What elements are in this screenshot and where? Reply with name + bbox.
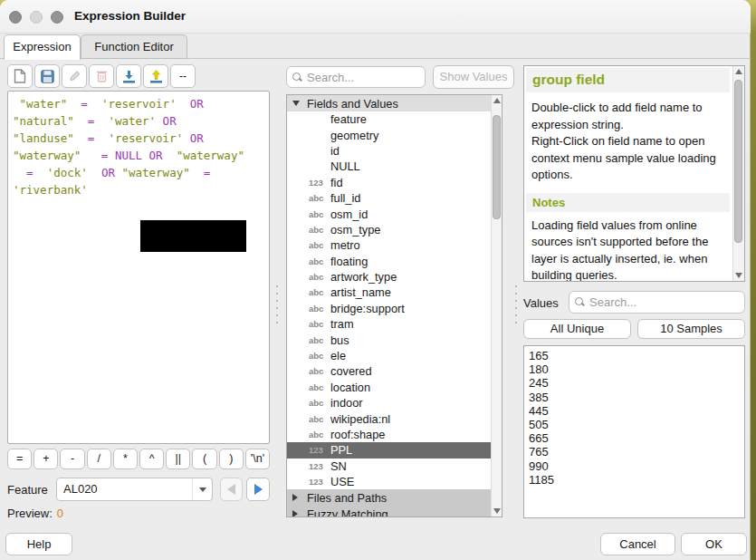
value-item[interactable]: 1185 — [529, 473, 744, 487]
value-item[interactable]: 505 — [529, 418, 744, 431]
ok-button[interactable]: OK — [681, 533, 747, 555]
tree-item-label: bus — [330, 333, 349, 347]
scroll-up-icon[interactable] — [733, 66, 744, 78]
operator-button[interactable]: || — [166, 449, 190, 469]
tree-item-ele[interactable]: abcele — [287, 348, 492, 363]
help-button[interactable]: Help — [5, 533, 72, 555]
tree-group-Fields and Values[interactable]: Fields and Values — [287, 95, 492, 111]
tree-group-Files and Paths[interactable]: Files and Paths — [287, 489, 492, 506]
abc-field-type-icon: abc — [309, 287, 330, 297]
operator-button[interactable]: / — [87, 449, 111, 469]
value-item[interactable]: 990 — [529, 459, 744, 473]
operator-button[interactable]: - — [60, 449, 84, 469]
new-expression-button[interactable] — [7, 64, 33, 88]
tree-item-bridge:support[interactable]: abcbridge:support — [287, 301, 492, 316]
collapsed-triangle-icon[interactable] — [292, 494, 298, 501]
left-splitter-handle[interactable] — [276, 285, 279, 323]
tree-item-artwork_type[interactable]: abcartwork_type — [287, 269, 492, 285]
chevron-down-icon — [192, 478, 212, 500]
tree-item-artist_name[interactable]: abcartist_name — [287, 285, 492, 300]
value-item[interactable]: 445 — [529, 404, 744, 418]
tree-item-bus[interactable]: abcbus — [287, 332, 492, 347]
tree-item-wikipedia:nl[interactable]: abcwikipedia:nl — [287, 410, 492, 426]
tree-item-label: geometry — [330, 129, 378, 142]
help-scrollbar-thumb[interactable] — [734, 80, 742, 243]
tree-item-tram[interactable]: abctram — [287, 316, 492, 332]
tree-item-fid[interactable]: 123fid — [287, 175, 492, 190]
operator-button[interactable]: ( — [192, 449, 216, 469]
expression-text-editor[interactable]: "water" = 'reservoir' OR"natural" = 'wat… — [7, 91, 270, 444]
export-arrow-up-icon — [149, 70, 163, 83]
import-expression-button[interactable] — [116, 64, 141, 88]
feature-combobox-value: AL020 — [63, 482, 98, 496]
export-expression-button[interactable] — [143, 64, 168, 88]
tree-item-label: artwork_type — [330, 270, 397, 284]
tree-item-SN[interactable]: 123SN — [287, 459, 492, 474]
expanded-triangle-icon[interactable] — [292, 101, 300, 106]
tree-item-roof:shape[interactable]: abcroof:shape — [287, 427, 492, 442]
value-item[interactable]: 245 — [529, 376, 744, 390]
tree-item-NULL[interactable]: NULL — [287, 159, 492, 174]
edit-expression-button[interactable] — [62, 64, 87, 88]
tree-item-osm_type[interactable]: abcosm_type — [287, 222, 492, 237]
tab-function-editor[interactable]: Function Editor — [81, 34, 187, 59]
value-item[interactable]: 765 — [529, 445, 744, 459]
operator-button[interactable]: '\n' — [245, 449, 270, 469]
next-feature-button[interactable] — [246, 478, 270, 501]
tree-item-location[interactable]: abclocation — [287, 380, 492, 395]
operator-button[interactable]: + — [33, 449, 58, 469]
tree-item-label: roof:shape — [330, 428, 385, 441]
tree-item-floating[interactable]: abcfloating — [287, 254, 492, 269]
zoom-window-button[interactable] — [51, 11, 63, 24]
tree-item-full_id[interactable]: abcfull_id — [287, 190, 492, 206]
save-expression-button[interactable] — [34, 64, 60, 88]
scroll-down-icon[interactable] — [733, 269, 744, 281]
tree-item-PPL[interactable]: 123PPL — [287, 442, 492, 458]
operator-button[interactable]: * — [113, 449, 138, 469]
abc-field-type-icon: abc — [309, 304, 330, 314]
tree-item-feature[interactable]: feature — [287, 111, 492, 127]
tree-item-metro[interactable]: abcmetro — [287, 237, 492, 253]
123-field-type-icon: 123 — [309, 178, 330, 188]
fields-search-input[interactable]: Search... — [286, 66, 426, 88]
tree-group-Fuzzy Matching[interactable]: Fuzzy Matching — [287, 506, 492, 517]
operator-button[interactable]: ) — [219, 449, 244, 469]
values-search-input[interactable]: Search... — [569, 291, 745, 314]
operator-button[interactable]: ^ — [139, 449, 164, 469]
operator-button[interactable]: = — [7, 449, 32, 469]
value-item[interactable]: 385 — [529, 391, 744, 404]
tree-item-geometry[interactable]: geometry — [287, 127, 492, 142]
tree-item-label: Files and Paths — [307, 491, 387, 505]
right-splitter-handle[interactable] — [515, 285, 518, 323]
tree-item-covered[interactable]: abccovered — [287, 363, 492, 379]
value-item[interactable]: 665 — [529, 431, 744, 445]
tree-item-osm_id[interactable]: abcosm_id — [287, 206, 492, 221]
value-item[interactable]: 165 — [529, 349, 744, 362]
close-window-button[interactable] — [9, 11, 22, 24]
help-scrollbar[interactable] — [732, 66, 744, 281]
previous-feature-button[interactable] — [220, 478, 243, 501]
minimize-window-button[interactable] — [30, 11, 43, 24]
tree-item-id[interactable]: id — [287, 143, 492, 159]
tree-item-indoor[interactable]: abcindoor — [287, 395, 492, 410]
samples-button[interactable]: 10 Samples — [637, 319, 745, 339]
collapsed-triangle-icon[interactable] — [292, 510, 298, 517]
tree-scrollbar[interactable] — [491, 95, 502, 517]
all-unique-button[interactable]: All Unique — [523, 319, 631, 339]
abc-field-type-icon: abc — [309, 225, 330, 235]
tree-item-USE[interactable]: 123USE — [287, 474, 492, 489]
fields-search-placeholder: Search... — [307, 71, 354, 84]
tab-expression[interactable]: Expression — [4, 34, 81, 60]
dash-button[interactable]: -- — [170, 64, 196, 88]
expression-builder-dialog: Expression Builder Expression Function E… — [0, 0, 751, 560]
show-values-button[interactable]: Show Values — [433, 65, 514, 89]
value-item[interactable]: 180 — [529, 362, 744, 376]
delete-expression-button[interactable] — [89, 64, 114, 88]
scroll-up-icon[interactable] — [492, 95, 502, 107]
fields-tree: Fields and ValuesfeaturegeometryidNULL12… — [286, 94, 502, 517]
values-list: 1651802453854455056657659901185 — [523, 345, 745, 518]
scroll-down-icon[interactable] — [492, 505, 502, 517]
tree-scrollbar-thumb[interactable] — [493, 115, 501, 219]
feature-combobox[interactable]: AL020 — [56, 478, 213, 501]
cancel-button[interactable]: Cancel — [600, 533, 675, 555]
